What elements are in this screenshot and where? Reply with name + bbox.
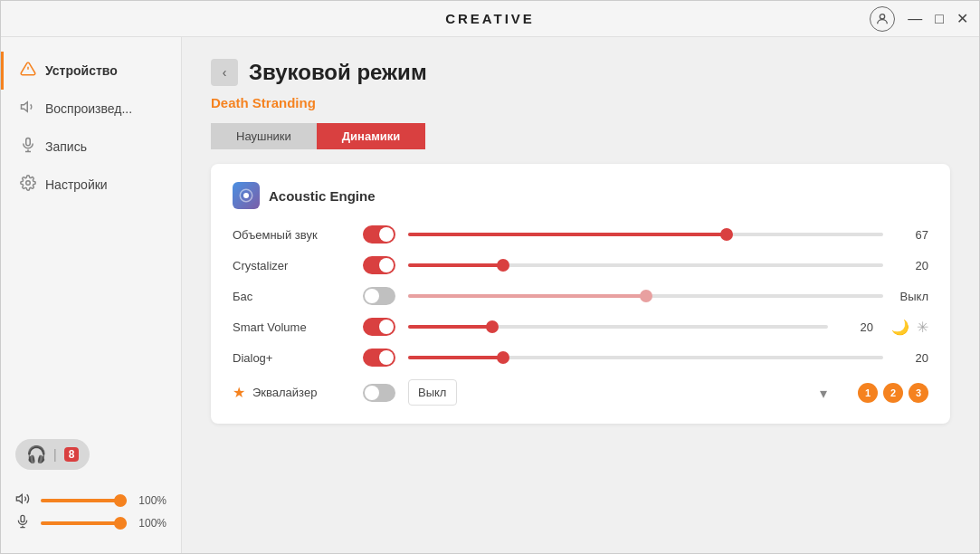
tab-headphones[interactable]: Наушники: [211, 123, 317, 149]
close-button[interactable]: ✕: [956, 12, 968, 26]
card-header: Acoustic Engine: [233, 182, 928, 209]
surround-toggle-knob: [379, 227, 394, 242]
equalizer-label-text: Эквалайзер: [252, 386, 317, 399]
crystalizer-toggle[interactable]: [363, 256, 395, 274]
content-area: ‹ Звуковой режим Death Stranding Наушник…: [182, 37, 979, 553]
sidebar-record-label: Запись: [45, 139, 87, 154]
input-volume-label: 100%: [134, 517, 167, 530]
svg-marker-6: [16, 494, 22, 502]
bass-slider-fill: [408, 294, 646, 298]
surround-label: Объемный звук: [233, 228, 350, 242]
titlebar: CREATIVE — □ ✕: [1, 1, 979, 37]
equalizer-label: ★ Эквалайзер: [233, 384, 350, 401]
headphone-icon: 🎧: [26, 444, 46, 464]
equalizer-select[interactable]: Выкл: [408, 379, 457, 406]
output-volume-track[interactable]: [41, 499, 127, 502]
sidebar-item-playback[interactable]: Воспроизвед...: [1, 90, 181, 128]
surround-slider-track[interactable]: [408, 233, 883, 236]
bass-toggle-knob: [365, 289, 379, 303]
bass-slider-knob: [640, 290, 652, 302]
smart-volume-icons: 🌙 ✳: [891, 319, 928, 336]
output-volume-row: 100%: [15, 492, 167, 509]
volume-controls: 100% 100%: [1, 484, 181, 539]
card-title: Acoustic Engine: [269, 188, 376, 204]
smart-volume-toggle[interactable]: [363, 318, 395, 336]
acoustic-engine-card: Acoustic Engine Объемный звук 67 Crystal…: [211, 164, 950, 424]
device-widget[interactable]: 🎧 | 8: [15, 439, 90, 470]
page-title: Звуковой режим: [249, 60, 427, 85]
preset-name: Death Stranding: [211, 95, 950, 110]
window-controls: — □ ✕: [870, 6, 968, 32]
equalizer-badges: 1 2 3: [858, 383, 928, 403]
crystalizer-row: Crystalizer 20: [233, 256, 928, 274]
dialog-toggle[interactable]: [363, 349, 395, 367]
surround-slider-knob: [720, 228, 733, 241]
crystalizer-toggle-knob: [379, 258, 394, 272]
crystalizer-value: 20: [896, 259, 928, 272]
bass-slider-track[interactable]: [408, 294, 883, 298]
smart-volume-slider-knob: [486, 320, 499, 333]
dialog-slider-knob: [497, 351, 509, 364]
svg-marker-3: [22, 102, 28, 112]
sidebar-playback-label: Воспроизвед...: [45, 101, 132, 116]
equalizer-row: ★ Эквалайзер Выкл 1 2 3: [233, 379, 928, 406]
maximize-button[interactable]: □: [935, 12, 944, 26]
back-button[interactable]: ‹: [211, 59, 238, 86]
tab-speakers[interactable]: Динамики: [317, 123, 425, 149]
smart-volume-row: Smart Volume 20 🌙 ✳: [233, 318, 928, 336]
minimize-button[interactable]: —: [908, 12, 922, 26]
acoustic-engine-icon: [233, 182, 260, 209]
svg-point-0: [880, 14, 885, 18]
device-badge: 8: [64, 447, 80, 462]
smart-volume-slider-fill: [408, 325, 492, 329]
crystalizer-label: Crystalizer: [233, 259, 350, 272]
main-layout: Устройство Воспроизвед... Запись: [1, 37, 979, 553]
smart-volume-toggle-knob: [379, 320, 394, 334]
dialog-toggle-knob: [379, 350, 394, 365]
app-logo: CREATIVE: [445, 11, 535, 26]
account-button[interactable]: [870, 6, 895, 32]
bass-toggle[interactable]: [363, 287, 395, 305]
output-volume-knob: [114, 494, 127, 507]
sun-icon: ✳: [917, 319, 928, 336]
equalizer-star-icon: ★: [233, 384, 245, 401]
dialog-row: Dialog+ 20: [233, 349, 928, 367]
warning-icon: [20, 61, 36, 81]
bass-label: Бас: [233, 290, 350, 303]
sidebar-item-device[interactable]: Устройство: [1, 52, 181, 90]
svg-point-8: [243, 193, 249, 198]
sidebar: Устройство Воспроизвед... Запись: [1, 37, 182, 553]
playback-icon: [20, 99, 36, 119]
surround-toggle[interactable]: [363, 225, 395, 244]
crystalizer-slider-track[interactable]: [408, 263, 883, 267]
svg-rect-7: [21, 515, 24, 521]
equalizer-toggle-knob: [365, 386, 379, 400]
svg-rect-4: [26, 138, 31, 146]
input-volume-knob: [114, 517, 127, 530]
dialog-slider-fill: [408, 356, 503, 359]
output-volume-label: 100%: [134, 494, 167, 507]
sidebar-item-record[interactable]: Запись: [1, 128, 181, 166]
equalizer-select-wrapper: Выкл: [408, 379, 836, 406]
smart-volume-value: 20: [841, 320, 873, 334]
mic-icon: [20, 137, 36, 157]
bass-row: Бас Выкл: [233, 287, 928, 305]
crystalizer-slider-knob: [497, 259, 509, 272]
input-volume-track[interactable]: [41, 521, 127, 525]
surround-value: 67: [896, 228, 928, 242]
eq-badge-3[interactable]: 3: [909, 383, 928, 403]
eq-badge-1[interactable]: 1: [858, 383, 878, 403]
input-volume-icon: [15, 514, 33, 531]
surround-slider-fill: [408, 233, 727, 236]
sidebar-device-label: Устройство: [45, 63, 118, 78]
smart-volume-slider-track[interactable]: [408, 325, 828, 329]
dialog-value: 20: [896, 351, 928, 365]
dialog-label: Dialog+: [233, 351, 350, 365]
dialog-slider-track[interactable]: [408, 356, 883, 359]
tab-bar: Наушники Динамики: [211, 123, 950, 149]
eq-badge-2[interactable]: 2: [883, 383, 903, 403]
crystalizer-slider-fill: [408, 263, 503, 267]
equalizer-toggle[interactable]: [363, 384, 395, 402]
svg-point-5: [26, 181, 31, 186]
sidebar-item-settings[interactable]: Настройки: [1, 166, 181, 204]
